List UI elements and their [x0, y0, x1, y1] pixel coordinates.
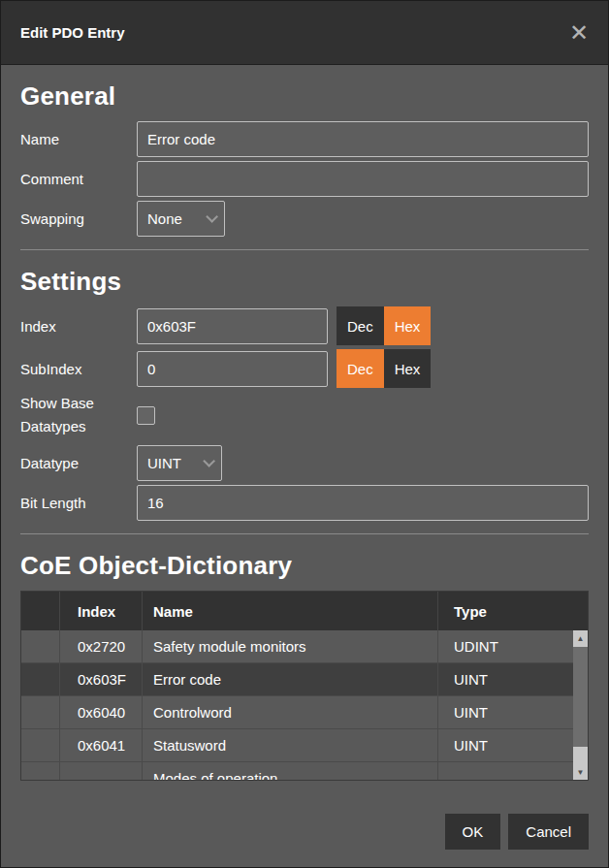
bit-length-row: Bit Length: [20, 485, 589, 521]
type-cell: UINT: [438, 696, 588, 729]
row-marker-cell: [21, 729, 60, 762]
datatype-dropdown[interactable]: UINT: [137, 445, 222, 481]
table-row[interactable]: 0x6040ControlwordUINT: [21, 696, 588, 729]
type-cell: UDINT: [438, 630, 588, 663]
swapping-row: Swapping None: [20, 201, 589, 237]
type-cell: UINT: [438, 729, 588, 762]
name-row: Name: [20, 121, 589, 157]
comment-row: Comment: [20, 161, 589, 197]
subindex-label: SubIndex: [20, 361, 137, 377]
bit-length-input[interactable]: [137, 485, 589, 521]
chevron-down-icon: [206, 210, 218, 223]
dialog-footer: OK Cancel: [1, 814, 608, 850]
scroll-up-arrow-icon[interactable]: ▲: [573, 630, 588, 646]
name-cell: Safety module monitors: [143, 630, 438, 663]
name-cell: Modes of operation: [143, 762, 438, 780]
index-cell: 0x6041: [60, 729, 143, 762]
row-marker-cell: [21, 696, 60, 729]
name-cell: Controlword: [143, 696, 438, 729]
header-name-cell: Name: [143, 592, 438, 630]
coe-heading: CoE Object-Dictionary: [20, 551, 589, 581]
edit-pdo-entry-dialog: Edit PDO Entry ✕ General Name Comment Sw…: [0, 0, 609, 868]
dialog-content: General Name Comment Swapping None Setti…: [1, 65, 608, 781]
scrollbar-thumb[interactable]: [573, 647, 588, 747]
type-cell: UINT: [438, 663, 588, 696]
ok-button[interactable]: OK: [445, 814, 501, 850]
name-label: Name: [20, 131, 137, 147]
index-cell: 0x6040: [60, 696, 143, 729]
subindex-input[interactable]: [137, 351, 328, 387]
scroll-down-arrow-icon[interactable]: ▼: [573, 764, 588, 780]
header-index-cell: Index: [60, 592, 143, 630]
dialog-title: Edit PDO Entry: [20, 24, 125, 41]
swapping-label: Swapping: [20, 210, 137, 227]
index-input[interactable]: [137, 308, 328, 344]
name-cell: Statusword: [143, 729, 438, 762]
index-dec-button[interactable]: Dec: [337, 306, 384, 345]
row-marker-cell: [21, 762, 60, 780]
cancel-button[interactable]: Cancel: [508, 814, 589, 850]
table-row[interactable]: 0x603FError codeUINT: [21, 663, 588, 696]
name-input[interactable]: [137, 121, 589, 157]
close-icon[interactable]: ✕: [569, 21, 589, 45]
datatype-selected-value: UINT: [147, 455, 181, 471]
coe-object-table: Index Name Type 0x2720Safety module moni…: [20, 591, 589, 781]
table-scrollbar[interactable]: ▲ ▼: [573, 630, 588, 780]
title-bar: Edit PDO Entry ✕: [1, 1, 608, 65]
datatype-label: Datatype: [20, 455, 137, 471]
row-marker-cell: [21, 630, 60, 663]
chevron-down-icon: [203, 455, 215, 467]
header-marker-cell: [21, 592, 60, 630]
settings-heading: Settings: [20, 267, 589, 297]
swapping-selected-value: None: [147, 210, 182, 227]
subindex-dec-button[interactable]: Dec: [337, 349, 384, 388]
comment-input[interactable]: [137, 161, 589, 197]
type-cell: [438, 762, 588, 780]
table-row[interactable]: 0x2720Safety module monitorsUDINT: [21, 630, 588, 663]
index-label: Index: [20, 318, 137, 335]
subindex-row: SubIndex Dec Hex: [20, 349, 589, 388]
row-marker-cell: [21, 663, 60, 696]
table-row[interactable]: Modes of operation: [21, 762, 588, 780]
general-heading: General: [20, 81, 589, 112]
header-type-cell: Type: [438, 592, 588, 630]
table-header-row: Index Name Type: [21, 592, 588, 630]
index-hex-button[interactable]: Hex: [384, 306, 432, 345]
swapping-dropdown[interactable]: None: [137, 201, 225, 237]
index-cell: 0x2720: [60, 630, 143, 663]
show-base-label: Show Base Datatypes: [20, 392, 137, 438]
subindex-hex-button[interactable]: Hex: [384, 349, 432, 388]
index-cell: [60, 762, 143, 780]
section-divider: [20, 249, 589, 250]
show-base-checkbox[interactable]: [137, 406, 155, 425]
show-base-row: Show Base Datatypes: [20, 392, 589, 438]
index-cell: 0x603F: [60, 663, 143, 696]
bit-length-label: Bit Length: [20, 495, 137, 511]
name-cell: Error code: [143, 663, 438, 696]
comment-label: Comment: [20, 171, 137, 187]
index-row: Index Dec Hex: [20, 306, 589, 345]
table-body: 0x2720Safety module monitorsUDINT0x603FE…: [21, 630, 588, 780]
table-row[interactable]: 0x6041StatuswordUINT: [21, 729, 588, 762]
datatype-row: Datatype UINT: [20, 445, 589, 481]
section-divider: [20, 533, 589, 534]
